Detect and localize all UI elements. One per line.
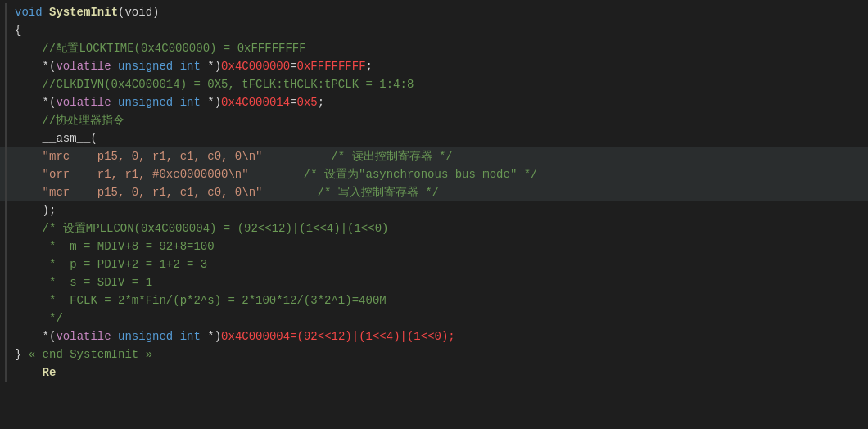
line-content: {	[11, 21, 21, 39]
code-line: __asm__(	[0, 129, 868, 147]
code-line: //CLKDIVN(0x4C000014) = 0X5, tFCLK:tHCLK…	[0, 75, 868, 93]
line-content: } « end SystemInit »	[11, 345, 152, 364]
code-line: "mrc p15, 0, r1, c1, c0, 0\n" /* 读出控制寄存器…	[0, 147, 868, 165]
line-gutter	[0, 183, 7, 201]
line-gutter	[0, 201, 7, 219]
line-content: "mrc p15, 0, r1, c1, c0, 0\n" /* 读出控制寄存器…	[11, 147, 453, 165]
line-content: * m = MDIV+8 = 92+8=100	[11, 237, 215, 255]
line-content: */	[11, 309, 63, 327]
line-content: //配置LOCKTIME(0x4C000000) = 0xFFFFFFFF	[11, 39, 306, 57]
line-gutter	[0, 21, 7, 39]
code-lines: void SystemInit(void){ //配置LOCKTIME(0x4C…	[0, 3, 868, 382]
code-line: );	[0, 201, 868, 219]
line-gutter	[0, 291, 7, 309]
code-line: //配置LOCKTIME(0x4C000000) = 0xFFFFFFFF	[0, 39, 868, 57]
code-line: * p = PDIV+2 = 1+2 = 3	[0, 255, 868, 273]
code-line: *(volatile unsigned int *)0x4C000004=(92…	[0, 327, 868, 345]
line-gutter	[0, 93, 7, 111]
line-gutter	[0, 75, 7, 93]
line-content: * p = PDIV+2 = 1+2 = 3	[11, 255, 207, 273]
code-line: Re	[0, 364, 868, 382]
line-gutter	[0, 219, 7, 237]
line-content: //CLKDIVN(0x4C000014) = 0X5, tFCLK:tHCLK…	[11, 75, 414, 93]
line-content: "mcr p15, 0, r1, c1, c0, 0\n" /* 写入控制寄存器…	[11, 183, 439, 201]
line-gutter	[0, 327, 7, 345]
code-line: //协处理器指令	[0, 111, 868, 129]
line-content: //协处理器指令	[11, 111, 124, 129]
line-content: *(volatile unsigned int *)0x4C000004=(92…	[11, 327, 455, 345]
code-line: * m = MDIV+8 = 92+8=100	[0, 237, 868, 255]
line-gutter	[0, 364, 7, 382]
line-gutter	[0, 255, 7, 273]
line-gutter	[0, 273, 7, 291]
line-content: /* 设置MPLLCON(0x4C000004) = (92<<12)|(1<<…	[11, 219, 388, 237]
line-content: *(volatile unsigned int *)0x4C000000=0xF…	[11, 57, 373, 75]
code-line: */	[0, 309, 868, 327]
line-gutter	[0, 3, 7, 21]
code-line: "mcr p15, 0, r1, c1, c0, 0\n" /* 写入控制寄存器…	[0, 183, 868, 201]
line-content: );	[11, 201, 56, 219]
code-line: void SystemInit(void)	[0, 3, 868, 21]
line-gutter	[0, 57, 7, 75]
code-line: {	[0, 21, 868, 39]
code-line: * s = SDIV = 1	[0, 273, 868, 291]
line-content: __asm__(	[11, 129, 97, 147]
line-content: *(volatile unsigned int *)0x4C000014=0x5…	[11, 93, 324, 111]
line-gutter	[0, 237, 7, 255]
code-container: void SystemInit(void){ //配置LOCKTIME(0x4C…	[0, 0, 868, 429]
code-line: } « end SystemInit »	[0, 345, 868, 364]
code-line: "orr r1, r1, #0xc0000000\n" /* 设置为"async…	[0, 165, 868, 183]
line-gutter	[0, 345, 7, 364]
code-line: *(volatile unsigned int *)0x4C000000=0xF…	[0, 57, 868, 75]
code-line: *(volatile unsigned int *)0x4C000014=0x5…	[0, 93, 868, 111]
line-content: void SystemInit(void)	[11, 3, 159, 21]
code-line: /* 设置MPLLCON(0x4C000004) = (92<<12)|(1<<…	[0, 219, 868, 237]
code-line: * FCLK = 2*m*Fin/(p*2^s) = 2*100*12/(3*2…	[0, 291, 868, 309]
line-gutter	[0, 165, 7, 183]
line-gutter	[0, 147, 7, 165]
line-content: * FCLK = 2*m*Fin/(p*2^s) = 2*100*12/(3*2…	[11, 291, 387, 309]
line-gutter	[0, 39, 7, 57]
line-gutter	[0, 309, 7, 327]
line-gutter	[0, 111, 7, 129]
line-content: * s = SDIV = 1	[11, 273, 152, 291]
line-content: "orr r1, r1, #0xc0000000\n" /* 设置为"async…	[11, 165, 538, 183]
line-gutter	[0, 129, 7, 147]
line-content: Re	[11, 364, 56, 382]
